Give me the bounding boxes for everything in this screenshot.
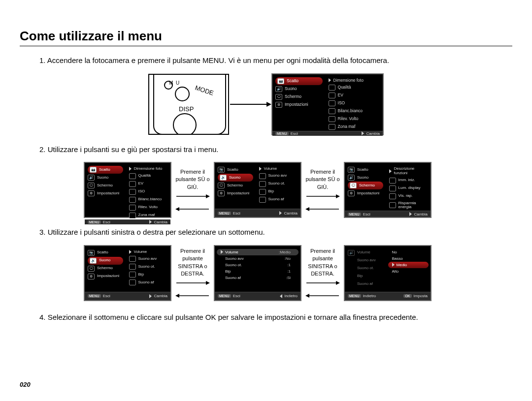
submenu-item: Suono ot. [126,263,170,271]
arrow-right-icon [229,101,271,108]
submenu-item: ISO [326,99,383,107]
submenu-item: Rilev. Volto [326,115,383,123]
figure-row-3: 📷Scatto🔊Suono🖵Schermo⚙ImpostazioniVolume… [84,245,512,301]
submenu-item: Descrizione funzioni [386,166,431,177]
submenu-item: Bilanc.bianco [126,196,170,204]
submenu-item: Bilanc.bianco [326,107,383,115]
setting-row: Suono ot.:1 [217,262,299,268]
camera-hardware-illustration: MU MODE DISP [148,74,229,135]
step-4: 4. Selezionare il sottomenu e cliccare s… [39,312,512,323]
caption-leftright: Premere il pulsante SINISTRA o DESTRA. [171,247,214,278]
step-2: 2. Utilizzare i pulsanti su e giù per sp… [39,144,512,155]
svg-marker-15 [206,281,210,285]
submenu-item: Risparmia energia [386,200,431,211]
step-3: 3. Utilizzare i pulsanti sinistra o dest… [39,227,512,238]
submenu-item: Suono af [256,196,300,204]
option-item: Alto [388,268,429,275]
submenu-item: Volume [256,166,300,172]
lcd-screen: 📷Scatto🔊Suono🖵Schermo⚙ImpostazioniVolume… [214,162,301,218]
menu-item: ⚙Impostazioni [345,189,386,197]
submenu-item: Zona maf [126,212,170,219]
setting-row: 🔊Volume [345,249,386,257]
setting-row: 🔊Suono af [345,280,386,288]
submenu-item: Suono af [126,278,170,286]
menu-item: 📷Scatto [275,77,323,85]
caption-updown: Premere il pulsante SÙ o GIÙ. [301,168,344,191]
menu-item: 📷Scatto [345,166,386,174]
lcd-screen: 📷Scatto🔊Suono🖵Schermo⚙ImpostazioniVolume… [84,245,171,301]
setting-row: Suono af:Si [217,275,299,281]
page-title: Come utilizzare il menu [20,29,512,44]
menu-item: 🔊Suono [88,257,123,265]
setting-row: 🔊Bip [345,273,386,280]
setting-row: Bip:1 [217,268,299,275]
submenu-item: ISO [126,188,170,196]
bidirectional-arrows-icon [305,280,340,298]
submenu-item: Bip [126,271,170,278]
setting-row: Suono avv:No [217,255,299,262]
caption-leftright: Premere il pulsante SINISTRA o DESTRA. [301,247,344,278]
submenu-item: Lum. display [386,185,431,192]
lcd-screen: 📷Scatto🔊Suono🖵Schermo⚙ImpostazioniDescri… [344,162,432,218]
lcd-screen: 🔊Volume🔊Suono avv🔊Suono ot.🔊Bip🔊Suono af… [344,245,432,301]
menu-item: 🔊Suono [272,85,326,93]
menu-item: 🖵Schermo [85,182,126,189]
option-item: Medio [388,262,429,268]
submenu-item: Volume [126,249,170,255]
submenu-item: Suono avv [256,172,300,180]
bidirectional-arrows-icon [175,194,210,212]
svg-marker-20 [305,294,309,298]
option-item: Basso [388,255,429,262]
menu-item: ⚙Impostazioni [215,189,256,197]
submenu-item: EV [126,180,170,188]
svg-text:DISP: DISP [179,105,194,113]
submenu-item: Dimensione foto [326,77,383,84]
lcd-screen-main: 📷Scatto🔊Suono🖵Schermo⚙Impostazioni Dimen… [271,73,384,135]
page-number: 020 [20,381,31,388]
svg-text:MODE: MODE [195,84,215,96]
menu-item: 🖵Schermo [348,182,383,189]
submenu-item: Suono avv [126,255,170,263]
submenu-item: Dimensione foto [126,166,170,172]
svg-marker-11 [336,194,340,198]
svg-marker-7 [206,194,210,198]
menu-item: 🔊Suono [85,174,126,182]
menu-item: 📷Scatto [85,249,126,257]
menu-item: 📷Scatto [88,166,123,174]
setting-row: 🔊Suono avv [345,257,386,265]
submenu-item: Qualità [326,84,383,92]
title-rule [20,46,512,46]
figure-row-2: 📷Scatto🔊Suono🖵Schermo⚙ImpostazioniDimens… [84,162,512,218]
svg-text:M: M [169,80,173,86]
menu-item: 📷Scatto [215,166,256,174]
menu-item: 🖵Schermo [85,265,126,273]
submenu-item: Rilev. Volto [126,204,170,212]
caption-updown: Premere il pulsante SÙ o GIÙ. [171,168,214,191]
mode-label: MODE [195,83,224,102]
option-item: No [388,249,429,255]
submenu-item: Zona maf [326,123,383,131]
submenu-item: EV [326,92,383,99]
bidirectional-arrows-icon [175,280,210,298]
setting-row: Volume:Medio [217,249,299,255]
disp-label: DISP [179,104,200,114]
menu-item: 🖵Schermo [272,93,326,101]
menu-item: ⚙Impostazioni [85,273,126,280]
svg-marker-16 [175,294,179,298]
svg-marker-12 [305,207,309,211]
setting-row: 🔊Suono ot. [345,265,386,273]
submenu-item: Imm. iniz. [386,177,431,185]
menu-item: ⚙Impostazioni [85,189,126,197]
svg-text:U: U [176,80,179,86]
menu-item: 🔊Suono [345,174,386,182]
figure-row-1: MU MODE DISP 📷Scatto🔊Suono🖵Schermo⚙Impos… [20,73,512,135]
submenu-item: Bip [256,188,300,196]
submenu-item: Qualità [126,172,170,180]
svg-marker-19 [336,281,340,285]
menu-item: 🔊Suono [218,174,253,182]
bidirectional-arrows-icon [305,194,340,212]
svg-marker-5 [266,102,271,107]
step-1: 1. Accendere la fotocamera e premere il … [39,55,512,66]
lcd-screen: Volume:MedioSuono avv:NoSuono ot.:1Bip:1… [214,245,301,301]
submenu-item: Vis. rap. [386,192,431,200]
